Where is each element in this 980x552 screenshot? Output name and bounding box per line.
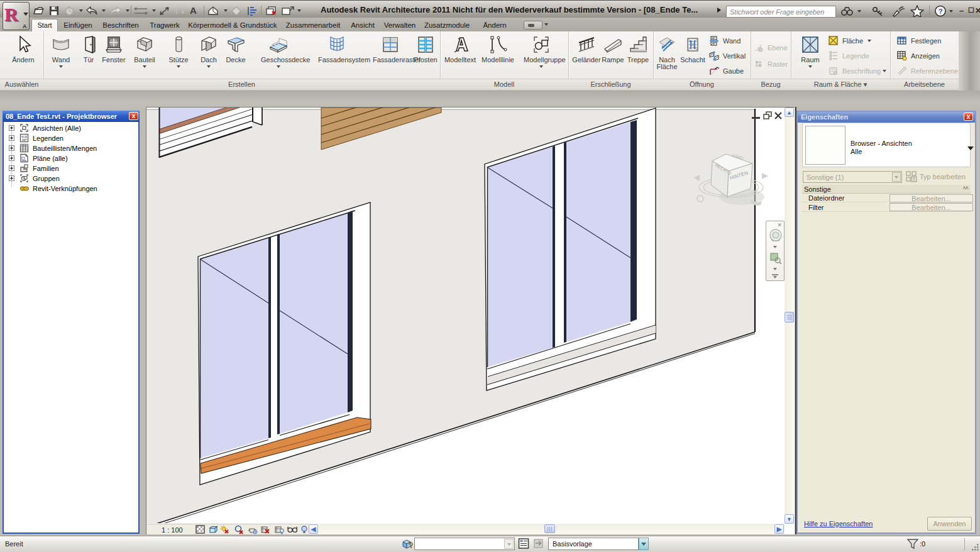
svg-text:?: ?	[939, 8, 943, 15]
